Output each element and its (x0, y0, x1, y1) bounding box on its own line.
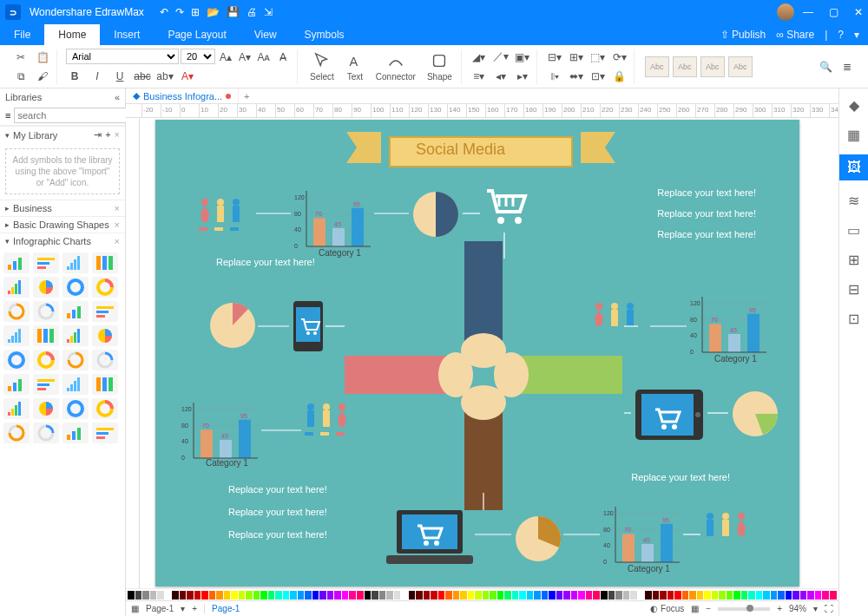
zoom-in-button[interactable]: + (777, 604, 782, 613)
style-swatch[interactable]: Abc (728, 56, 753, 77)
highlight-icon[interactable]: ab▾ (156, 68, 174, 85)
close-icon[interactable]: ✕ (854, 6, 863, 18)
shape-thumbnail[interactable] (62, 374, 89, 395)
lock-icon[interactable]: 🔒 (611, 68, 628, 85)
paste-icon[interactable]: 📋 (34, 49, 51, 66)
find-icon[interactable]: 🔍 (817, 58, 834, 75)
size-select[interactable]: 20 (181, 49, 215, 64)
shape-thumbnail[interactable] (62, 277, 89, 298)
clear-format-icon[interactable]: A̶ (274, 49, 292, 66)
zoom-out-button[interactable]: − (706, 604, 711, 613)
shape-thumbnail[interactable] (62, 398, 89, 419)
view-grid-icon[interactable]: ▦ (691, 604, 699, 613)
group-icon[interactable]: ⊞▾ (568, 49, 585, 66)
add-icon[interactable]: + (105, 129, 110, 141)
zoom-dropdown-icon[interactable]: ▾ (813, 604, 818, 613)
close-cat-icon[interactable]: × (115, 236, 120, 246)
theme-panel-icon[interactable]: ⊟ (845, 279, 864, 298)
distribute-icon[interactable]: ⫴▾ (546, 68, 563, 85)
help-icon[interactable]: ? (838, 29, 844, 41)
lettercase-icon[interactable]: Aᴀ (255, 49, 273, 66)
style-swatch[interactable]: Abc (700, 56, 725, 77)
shape-thumbnail[interactable] (92, 350, 118, 370)
center-icon[interactable]: ⊡▾ (589, 68, 607, 85)
shape-thumbnail[interactable] (62, 423, 89, 443)
close-cat-icon[interactable]: × (115, 129, 120, 141)
share-button[interactable]: ∞ Share (776, 29, 814, 41)
copy-icon[interactable]: ⧉ (12, 68, 30, 85)
shape-tool[interactable]: Shape (424, 51, 456, 82)
fill-icon[interactable]: ◢▾ (470, 49, 488, 66)
focus-toggle[interactable]: ◐ Focus (650, 604, 684, 613)
menu-view[interactable]: View (240, 24, 291, 45)
menu-file[interactable]: File (0, 24, 44, 45)
shape-thumbnail[interactable] (33, 398, 59, 419)
print-icon[interactable]: 🖨 (247, 6, 257, 18)
canvas[interactable]: Social Media Replace your text here! Rep… (140, 118, 838, 588)
text-tool[interactable]: AText (342, 51, 368, 82)
shape-thumbnail[interactable] (92, 277, 118, 298)
undo-icon[interactable]: ↶ (160, 6, 168, 18)
shape-thumbnail[interactable] (92, 252, 118, 273)
shape-thumbnail[interactable] (62, 301, 89, 322)
page[interactable]: Social Media Replace your text here! Rep… (155, 120, 799, 587)
shape-thumbnail[interactable] (33, 350, 59, 370)
menu-symbols[interactable]: Symbols (291, 24, 358, 45)
user-avatar[interactable] (777, 3, 794, 21)
shape-thumbnail[interactable] (92, 398, 118, 419)
page-panel-icon[interactable]: ▭ (845, 220, 864, 239)
style-swatch[interactable]: Abc (673, 56, 697, 77)
shape-thumbnail[interactable] (3, 374, 30, 395)
export-icon[interactable]: ⇲ (264, 6, 273, 18)
lib-menu-icon[interactable]: ≡ (5, 110, 10, 121)
format-painter-icon[interactable]: 🖌 (34, 68, 51, 85)
new-tab-button[interactable]: + (239, 91, 254, 102)
publish-button[interactable]: ⇧ Publish (720, 29, 766, 41)
fullscreen-icon[interactable]: ⛶ (825, 604, 833, 613)
bold-icon[interactable]: B (66, 68, 83, 85)
fill-panel-icon[interactable]: ◆ (845, 95, 864, 115)
lib-category-basic[interactable]: Basic Drawing Shapes× (0, 216, 125, 233)
cut-icon[interactable]: ✂ (12, 49, 30, 66)
connector-tool[interactable]: Connector (372, 51, 419, 82)
shape-thumbnail[interactable] (92, 423, 118, 443)
redo-icon[interactable]: ↷ (175, 6, 184, 18)
color-palette-bar[interactable] (126, 588, 838, 600)
strike-icon[interactable]: abc (134, 68, 151, 85)
style-swatch[interactable]: Abc (645, 56, 669, 77)
shape-thumbnail[interactable] (3, 325, 30, 346)
import-icon[interactable]: ⇥ (94, 129, 102, 141)
menu-page-layout[interactable]: Page Layout (154, 24, 240, 45)
font-select[interactable]: Arial (66, 49, 179, 64)
align-icon[interactable]: ⊟▾ (546, 49, 563, 66)
shape-thumbnail[interactable] (62, 350, 89, 370)
save-icon[interactable]: 💾 (227, 6, 240, 18)
page-dropdown-icon[interactable]: ▾ (181, 604, 185, 613)
close-cat-icon[interactable]: × (115, 203, 120, 213)
collapse-icon[interactable]: « (115, 92, 120, 102)
shape-thumbnail[interactable] (3, 350, 30, 370)
arrowstart-icon[interactable]: ◂▾ (492, 68, 510, 85)
document-tab[interactable]: ◆Business Infogra... (126, 88, 239, 103)
new-icon[interactable]: ⊞ (191, 6, 200, 18)
shape-thumbnail[interactable] (3, 252, 30, 273)
font-color-icon[interactable]: A▾ (179, 68, 196, 85)
shape-thumbnail[interactable] (92, 374, 118, 395)
font-shrink-icon[interactable]: A▾ (236, 49, 253, 66)
shape-thumbnail[interactable] (33, 252, 59, 273)
select-tool[interactable]: Select (306, 51, 338, 82)
font-grow-icon[interactable]: A▴ (217, 49, 234, 66)
close-cat-icon[interactable]: × (115, 220, 120, 230)
shape-thumbnail[interactable] (3, 277, 30, 298)
props-panel-icon[interactable]: ⊞ (845, 250, 864, 269)
shape-thumbnail[interactable] (33, 423, 59, 443)
underline-icon[interactable]: U (111, 68, 128, 85)
shadow-icon[interactable]: ▣▾ (514, 49, 531, 66)
menu-home[interactable]: Home (44, 24, 100, 45)
shape-thumbnail[interactable] (3, 423, 30, 443)
shape-thumbnail[interactable] (62, 325, 89, 346)
image-panel-icon[interactable]: 🖼 (839, 154, 869, 180)
minimize-icon[interactable]: — (803, 6, 813, 18)
open-icon[interactable]: 📂 (207, 6, 220, 18)
chevron-down-icon[interactable]: ▾ (854, 29, 859, 41)
